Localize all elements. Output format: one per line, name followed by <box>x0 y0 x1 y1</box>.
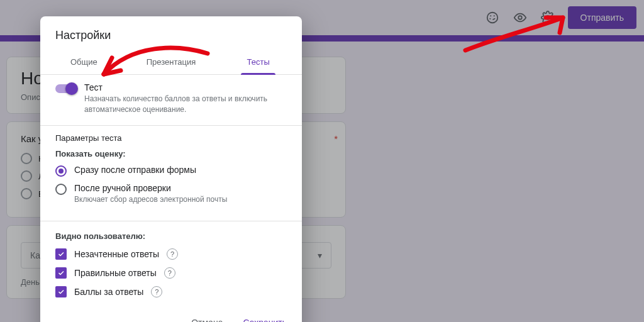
save-button[interactable]: Сохранить <box>235 313 294 322</box>
help-icon[interactable]: ? <box>167 248 178 260</box>
tab-tests[interactable]: Тесты <box>214 50 302 74</box>
checkbox-icon <box>55 286 67 297</box>
tab-presentation[interactable]: Презентация <box>128 50 215 74</box>
help-icon[interactable]: ? <box>164 267 175 279</box>
check-correct[interactable]: Правильные ответы ? <box>55 267 287 279</box>
dialog-tabs: Общие Презентация Тесты <box>40 50 302 75</box>
help-icon[interactable]: ? <box>151 286 162 297</box>
dialog-title: Настройки <box>40 16 302 50</box>
quiz-sublabel: Назначать количество баллов за ответы и … <box>84 94 287 115</box>
quiz-label: Тест <box>84 82 287 92</box>
radio-icon <box>55 165 67 177</box>
check-missed[interactable]: Незачтенные ответы ? <box>55 248 287 260</box>
radio-manual[interactable]: После ручной проверки Включает сбор адре… <box>55 183 287 205</box>
checkbox-icon <box>55 248 67 260</box>
radio-immediate[interactable]: Сразу после отправки формы <box>55 165 287 177</box>
settings-dialog: Настройки Общие Презентация Тесты Тест Н… <box>40 16 302 322</box>
checkbox-icon <box>55 267 67 279</box>
tab-general[interactable]: Общие <box>40 50 128 74</box>
params-title: Параметры теста <box>55 133 287 143</box>
check-points[interactable]: Баллы за ответы ? <box>55 286 287 297</box>
radio-icon <box>55 184 67 195</box>
show-grade-title: Показать оценку: <box>55 149 287 158</box>
cancel-button[interactable]: Отмена <box>184 313 230 322</box>
visible-title: Видно пользователю: <box>55 231 287 241</box>
dialog-actions: Отмена Сохранить <box>40 308 302 322</box>
quiz-toggle[interactable] <box>55 84 77 93</box>
